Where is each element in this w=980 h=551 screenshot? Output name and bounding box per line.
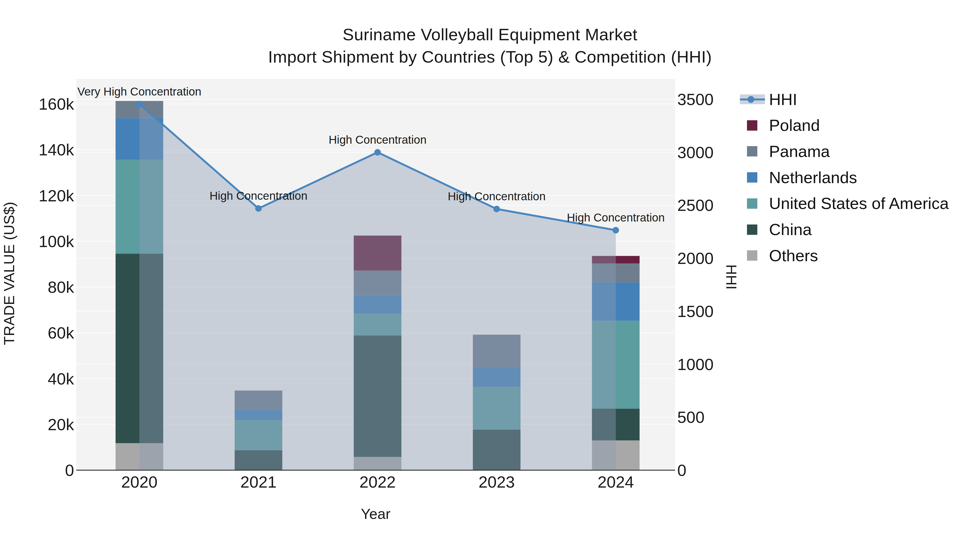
right-tick-0: 0 — [677, 461, 686, 480]
legend-item-label: Netherlands — [769, 168, 857, 187]
hhi-marker-2023 — [493, 206, 500, 212]
chart-canvas: Very High ConcentrationHigh Concentratio… — [0, 0, 980, 551]
hhi-marker-2021 — [255, 205, 262, 212]
x-tick-2022: 2022 — [360, 473, 396, 491]
left-tick-labels: 020k40k60k80k100k120k140k160k — [39, 95, 74, 480]
legend-item-hhi: HHI — [740, 91, 797, 108]
left-tick-40k: 40k — [48, 370, 74, 388]
legend-color-swatch-panama — [747, 146, 757, 156]
legend-item-poland: Poland — [740, 117, 820, 134]
hhi-marker-2024 — [612, 227, 619, 233]
legend-hhi-marker-icon — [748, 96, 754, 103]
x-axis-label: Year — [361, 506, 390, 522]
legend-item-china: China — [740, 221, 812, 238]
right-tick-labels: 0500100015002000250030003500 — [677, 91, 713, 480]
figure: Suriname Volleyball Equipment Market Imp… — [0, 0, 980, 551]
left-tick-20k: 20k — [48, 416, 74, 434]
right-tick-1000: 1000 — [677, 356, 713, 373]
left-tick-0: 0 — [65, 461, 74, 480]
legend-swatch-box — [740, 195, 765, 212]
legend-color-swatch-usa — [747, 198, 757, 209]
x-tick-2024: 2024 — [598, 473, 634, 491]
left-tick-160k: 160k — [39, 95, 74, 113]
left-tick-80k: 80k — [48, 278, 74, 296]
hhi-marker-2022 — [374, 149, 381, 156]
legend-item-netherlands: Netherlands — [740, 169, 857, 186]
x-tick-2023: 2023 — [479, 473, 515, 491]
annotation-2021: High Concentration — [210, 189, 308, 202]
legend-item-united-states-of-america: United States of America — [740, 195, 949, 212]
x-tick-2020: 2020 — [121, 473, 158, 491]
legend-swatch-box — [740, 117, 765, 134]
legend-item-label: Panama — [769, 142, 830, 161]
legend-item-label: Poland — [769, 116, 820, 135]
left-tick-60k: 60k — [48, 324, 74, 342]
annotation-2020: Very High Concentration — [77, 85, 201, 98]
right-tick-2000: 2000 — [677, 249, 713, 267]
legend-swatch-box — [740, 169, 765, 186]
left-tick-100k: 100k — [39, 232, 74, 251]
legend-item-panama: Panama — [740, 143, 830, 160]
left-tick-120k: 120k — [39, 187, 74, 205]
left-axis-label: TRADE VALUE (US$) — [1, 202, 17, 345]
legend-item-label: HHI — [769, 90, 797, 109]
legend-color-swatch-china — [747, 224, 757, 235]
x-tick-labels: 20202021202220232024 — [121, 473, 634, 491]
legend-swatch-box — [740, 143, 765, 160]
legend-color-swatch-poland — [747, 120, 757, 130]
left-tick-140k: 140k — [39, 141, 74, 159]
right-tick-3000: 3000 — [677, 143, 713, 162]
x-tick-2021: 2021 — [240, 473, 277, 491]
legend-color-swatch-netherlands — [747, 172, 757, 183]
annotation-2022: High Concentration — [329, 133, 426, 146]
legend-item-label: United States of America — [769, 194, 949, 213]
legend-item-label: China — [769, 220, 812, 239]
right-tick-3500: 3500 — [677, 91, 713, 109]
right-tick-1500: 1500 — [677, 302, 713, 321]
legend-swatch-box — [740, 221, 765, 238]
annotation-2024: High Concentration — [567, 211, 665, 224]
legend-swatch-box — [740, 247, 765, 264]
right-tick-500: 500 — [677, 408, 705, 426]
legend-swatch-box — [740, 91, 765, 108]
legend-color-swatch-others — [747, 250, 757, 261]
hhi-marker-2020 — [136, 101, 143, 108]
legend-item-others: Others — [740, 247, 818, 264]
legend-item-label: Others — [769, 246, 818, 265]
annotation-2023: High Concentration — [448, 190, 546, 203]
right-axis-label: HHI — [723, 265, 740, 290]
right-tick-2500: 2500 — [677, 196, 713, 214]
